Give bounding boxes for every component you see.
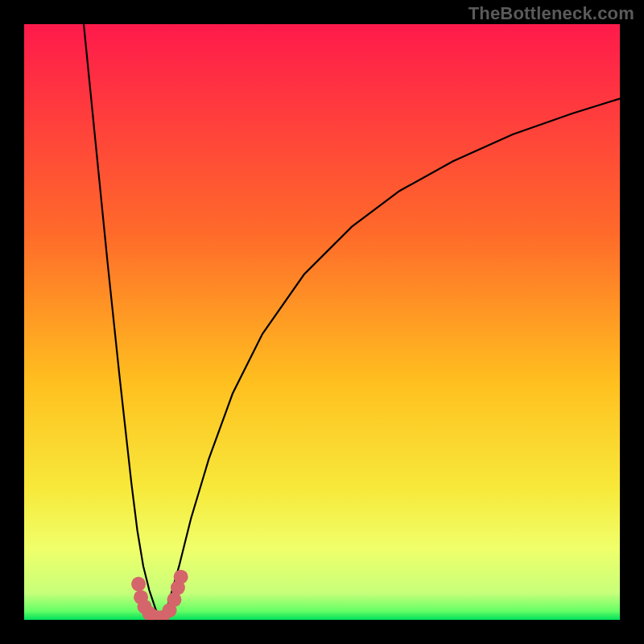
watermark-text: TheBottleneck.com (469, 3, 634, 24)
valley-marker (131, 577, 146, 592)
plot-area (24, 24, 620, 620)
valley-marker (174, 570, 188, 584)
chart-svg (24, 24, 620, 620)
chart-frame: TheBottleneck.com (0, 0, 644, 644)
